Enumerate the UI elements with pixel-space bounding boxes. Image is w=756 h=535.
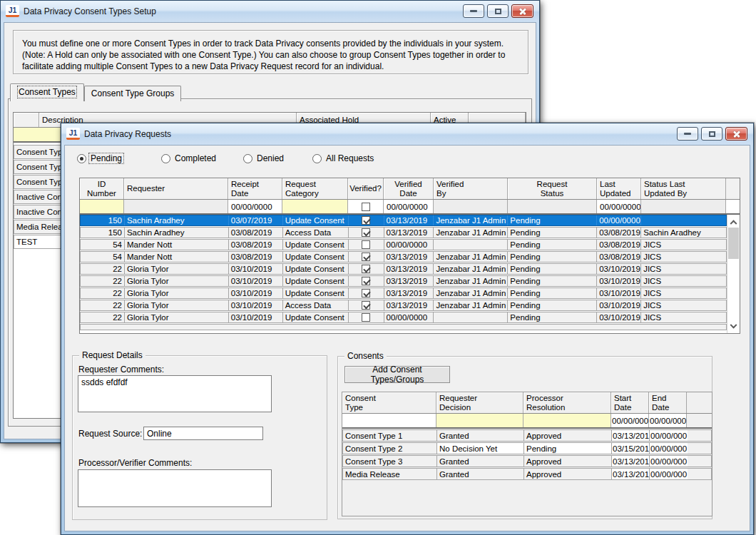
col-header-status-updated-on: Status Last Updated On	[597, 178, 641, 199]
consent-row[interactable]: Consent Type 3GrantedApproved03/13/20100…	[342, 455, 712, 467]
verified-checkbox[interactable]	[362, 277, 370, 285]
col-header-verified-date: Verified Date	[384, 178, 434, 199]
consent-row[interactable]: Consent Type 1GrantedApproved03/13/20100…	[342, 429, 712, 442]
radio-icon	[243, 154, 252, 163]
updated-on-filter[interactable]: 00/00/0000	[597, 200, 641, 213]
col-header-request-status: Request Status	[508, 178, 597, 199]
radio-pending[interactable]: Pending	[77, 153, 123, 163]
scroll-up-button[interactable]	[727, 215, 740, 228]
verified-checkbox[interactable]	[362, 301, 370, 310]
consents-filter-row: 00/00/000 00/00/000	[342, 414, 712, 427]
col-header-start-date: Start Date	[611, 392, 649, 413]
id-filter-input[interactable]	[80, 200, 124, 213]
consent-row[interactable]: Media ReleaseGrantedApproved03/13/20100/…	[342, 468, 712, 480]
close-button[interactable]	[511, 4, 533, 18]
request-row[interactable]: 22Gloria Tylor03/10/2019Update Consent03…	[80, 275, 727, 287]
requests-titlebar[interactable]: J1 Data Privacy Requests	[61, 123, 753, 144]
col-header-verified-by: Verified By	[434, 178, 508, 199]
minimize-icon	[470, 10, 477, 12]
requests-window-title: Data Privacy Requests	[84, 129, 171, 139]
request-row[interactable]: 22Gloria Tylor03/10/2019Update Consent03…	[80, 287, 727, 299]
radio-icon	[77, 154, 86, 163]
processor-comments-label: Processor/Verifier Comments:	[78, 458, 192, 468]
requests-window: J1 Data Privacy Requests Pending Complet…	[61, 123, 754, 535]
request-details-label: Request Details	[79, 350, 145, 360]
col-header-receipt-date: Receipt Date	[228, 178, 282, 199]
tab-consent-type-groups[interactable]: Consent Type Groups	[84, 86, 182, 101]
col-header-status-updated-by: Status Last Updated By	[641, 178, 726, 199]
requester-comments-input[interactable]: ssdds efdfdf	[78, 375, 272, 412]
verified-filter-checkbox[interactable]	[362, 203, 370, 211]
requests-filter-row: 00/00/0000 00/00/0000 00/00/0000	[80, 200, 740, 213]
verified-checkbox[interactable]	[362, 253, 370, 261]
maximize-button[interactable]	[487, 4, 509, 18]
receipt-date-filter[interactable]: 00/00/0000	[228, 200, 282, 213]
empty-row	[80, 324, 727, 330]
radio-icon	[312, 154, 322, 163]
consent-row[interactable]: Consent Type 2No Decision YetPending03/1…	[342, 442, 712, 454]
verified-checkbox[interactable]	[362, 240, 370, 249]
consent-type-filter[interactable]	[342, 414, 436, 427]
setup-instructions: You must define one or more Consent Type…	[13, 30, 528, 74]
request-row[interactable]: 54Mander Nott03/08/2019Update Consent00/…	[80, 239, 727, 250]
col-header-consent-type: Consent Type	[342, 392, 436, 413]
col-header-requester: Requester	[124, 178, 228, 199]
request-row[interactable]: 22Gloria Tylor03/10/2019Update Consent00…	[80, 312, 727, 323]
radio-icon	[161, 154, 170, 163]
j1-logo-icon: J1	[66, 128, 80, 140]
j1-logo-icon: J1	[6, 5, 19, 17]
request-row[interactable]: 150Sachin Aradhey03/08/2019Access Data03…	[80, 227, 727, 238]
request-row[interactable]: 22Gloria Tylor03/10/2019Access Data03/13…	[80, 300, 727, 311]
start-date-filter[interactable]: 00/00/000	[611, 414, 649, 427]
requests-grid: ID Number Requester Receipt Date Request…	[79, 178, 740, 334]
request-row[interactable]: 54Mander Nott03/08/2019Update Consent03/…	[80, 251, 727, 263]
col-header-end-date: End Date	[649, 392, 687, 413]
consents-label: Consents	[344, 351, 387, 361]
verified-checkbox[interactable]	[362, 313, 370, 322]
chevron-down-icon	[730, 321, 737, 328]
radio-completed[interactable]: Completed	[161, 153, 218, 163]
minimize-icon	[684, 133, 691, 135]
verified-date-filter[interactable]: 00/00/0000	[384, 200, 434, 213]
request-source-label: Request Source:	[78, 429, 142, 439]
radio-all-requests[interactable]: All Requests	[312, 153, 375, 163]
tab-consent-types[interactable]: Consent Types	[10, 83, 84, 101]
setup-titlebar[interactable]: J1 Data Privacy Consent Types Setup	[1, 1, 539, 21]
request-source-input[interactable]	[143, 427, 263, 440]
minimize-button[interactable]	[463, 4, 484, 18]
close-button[interactable]	[725, 127, 747, 141]
resolution-filter-input[interactable]	[523, 414, 611, 427]
end-date-filter[interactable]: 00/00/000	[649, 414, 687, 427]
col-header-id-number: ID Number	[80, 178, 124, 199]
consents-grid: Consent Type Requester Decision Processo…	[342, 392, 712, 516]
radio-denied[interactable]: Denied	[243, 153, 285, 163]
vertical-scrollbar[interactable]	[727, 215, 740, 333]
corner-header	[14, 113, 39, 127]
minimize-button[interactable]	[677, 127, 698, 141]
request-row[interactable]: 150Sachin Aradhey03/07/2019Update Consen…	[80, 215, 727, 226]
col-header-request-category: Request Category	[282, 178, 348, 199]
verified-checkbox[interactable]	[362, 216, 370, 225]
category-filter-input[interactable]	[282, 200, 348, 213]
col-header-verified: Verified?	[348, 178, 384, 199]
scrollbar-thumb[interactable]	[728, 228, 739, 259]
processor-comments-input[interactable]	[78, 469, 272, 507]
maximize-icon	[709, 131, 715, 137]
requester-comments-label: Requester Comments:	[78, 365, 164, 374]
request-row[interactable]: 22Gloria Tylor03/10/2019Update Consent03…	[80, 263, 727, 275]
setup-window-title: Data Privacy Consent Types Setup	[24, 6, 156, 16]
maximize-button[interactable]	[701, 127, 722, 141]
maximize-icon	[495, 9, 501, 14]
decision-filter-input[interactable]	[436, 414, 523, 427]
verified-checkbox[interactable]	[362, 289, 370, 297]
verified-checkbox[interactable]	[362, 265, 370, 273]
scroll-down-button[interactable]	[727, 320, 740, 333]
verified-checkbox[interactable]	[362, 228, 370, 237]
col-header-processor-resolution: Processor Resolution	[523, 392, 611, 413]
add-consent-types-button[interactable]: Add Consent Types/Groups	[344, 366, 450, 383]
chevron-up-icon	[730, 220, 737, 227]
col-header-requester-decision: Requester Decision	[436, 392, 523, 413]
setup-tabs: Consent Types Consent Type Groups	[10, 83, 181, 101]
